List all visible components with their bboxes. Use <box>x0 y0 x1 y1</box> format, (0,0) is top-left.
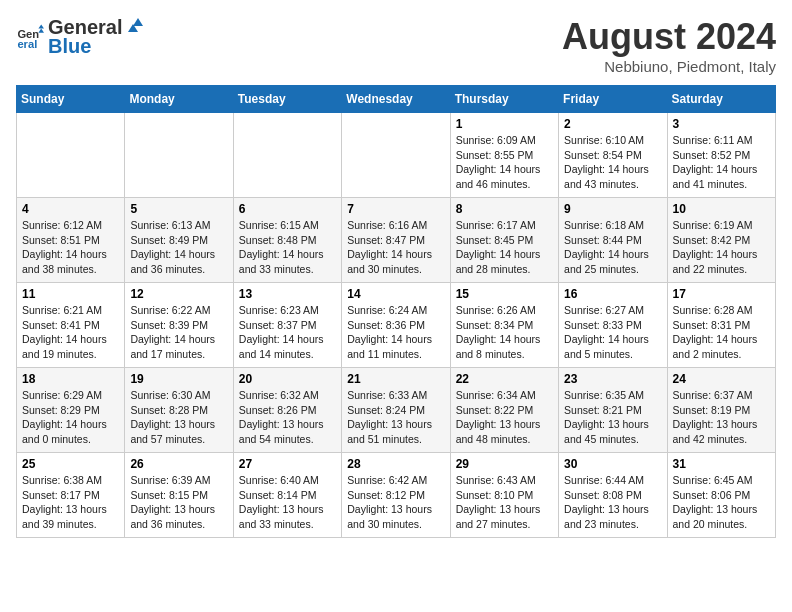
day-number: 15 <box>456 287 553 301</box>
calendar-week-row: 18Sunrise: 6:29 AM Sunset: 8:29 PM Dayli… <box>17 368 776 453</box>
day-info: Sunrise: 6:10 AM Sunset: 8:54 PM Dayligh… <box>564 133 661 192</box>
day-info: Sunrise: 6:37 AM Sunset: 8:19 PM Dayligh… <box>673 388 770 447</box>
day-number: 11 <box>22 287 119 301</box>
day-info: Sunrise: 6:26 AM Sunset: 8:34 PM Dayligh… <box>456 303 553 362</box>
calendar-day-cell: 13Sunrise: 6:23 AM Sunset: 8:37 PM Dayli… <box>233 283 341 368</box>
day-info: Sunrise: 6:34 AM Sunset: 8:22 PM Dayligh… <box>456 388 553 447</box>
day-number: 31 <box>673 457 770 471</box>
calendar-week-row: 25Sunrise: 6:38 AM Sunset: 8:17 PM Dayli… <box>17 453 776 538</box>
weekday-header: Friday <box>559 86 667 113</box>
day-number: 28 <box>347 457 444 471</box>
svg-text:eral: eral <box>17 38 37 50</box>
calendar-day-cell: 5Sunrise: 6:13 AM Sunset: 8:49 PM Daylig… <box>125 198 233 283</box>
day-info: Sunrise: 6:39 AM Sunset: 8:15 PM Dayligh… <box>130 473 227 532</box>
day-info: Sunrise: 6:30 AM Sunset: 8:28 PM Dayligh… <box>130 388 227 447</box>
weekday-header: Wednesday <box>342 86 450 113</box>
day-info: Sunrise: 6:24 AM Sunset: 8:36 PM Dayligh… <box>347 303 444 362</box>
calendar-day-cell: 31Sunrise: 6:45 AM Sunset: 8:06 PM Dayli… <box>667 453 775 538</box>
calendar-day-cell: 3Sunrise: 6:11 AM Sunset: 8:52 PM Daylig… <box>667 113 775 198</box>
calendar-day-cell: 7Sunrise: 6:16 AM Sunset: 8:47 PM Daylig… <box>342 198 450 283</box>
day-number: 9 <box>564 202 661 216</box>
calendar-day-cell: 23Sunrise: 6:35 AM Sunset: 8:21 PM Dayli… <box>559 368 667 453</box>
day-number: 30 <box>564 457 661 471</box>
day-number: 13 <box>239 287 336 301</box>
day-number: 2 <box>564 117 661 131</box>
day-number: 10 <box>673 202 770 216</box>
calendar-day-cell: 18Sunrise: 6:29 AM Sunset: 8:29 PM Dayli… <box>17 368 125 453</box>
day-info: Sunrise: 6:22 AM Sunset: 8:39 PM Dayligh… <box>130 303 227 362</box>
calendar-day-cell <box>125 113 233 198</box>
weekday-header: Monday <box>125 86 233 113</box>
month-title: August 2024 <box>562 16 776 58</box>
logo-icon: Gen eral <box>16 23 44 51</box>
day-info: Sunrise: 6:13 AM Sunset: 8:49 PM Dayligh… <box>130 218 227 277</box>
calendar-day-cell: 8Sunrise: 6:17 AM Sunset: 8:45 PM Daylig… <box>450 198 558 283</box>
day-info: Sunrise: 6:43 AM Sunset: 8:10 PM Dayligh… <box>456 473 553 532</box>
day-number: 16 <box>564 287 661 301</box>
day-info: Sunrise: 6:33 AM Sunset: 8:24 PM Dayligh… <box>347 388 444 447</box>
calendar-week-row: 4Sunrise: 6:12 AM Sunset: 8:51 PM Daylig… <box>17 198 776 283</box>
calendar-day-cell: 1Sunrise: 6:09 AM Sunset: 8:55 PM Daylig… <box>450 113 558 198</box>
calendar-day-cell: 20Sunrise: 6:32 AM Sunset: 8:26 PM Dayli… <box>233 368 341 453</box>
day-info: Sunrise: 6:15 AM Sunset: 8:48 PM Dayligh… <box>239 218 336 277</box>
day-number: 25 <box>22 457 119 471</box>
day-info: Sunrise: 6:45 AM Sunset: 8:06 PM Dayligh… <box>673 473 770 532</box>
day-number: 4 <box>22 202 119 216</box>
day-info: Sunrise: 6:18 AM Sunset: 8:44 PM Dayligh… <box>564 218 661 277</box>
day-number: 27 <box>239 457 336 471</box>
day-info: Sunrise: 6:16 AM Sunset: 8:47 PM Dayligh… <box>347 218 444 277</box>
calendar-day-cell: 16Sunrise: 6:27 AM Sunset: 8:33 PM Dayli… <box>559 283 667 368</box>
day-number: 17 <box>673 287 770 301</box>
day-number: 20 <box>239 372 336 386</box>
weekday-header: Thursday <box>450 86 558 113</box>
calendar-day-cell: 15Sunrise: 6:26 AM Sunset: 8:34 PM Dayli… <box>450 283 558 368</box>
calendar-week-row: 1Sunrise: 6:09 AM Sunset: 8:55 PM Daylig… <box>17 113 776 198</box>
calendar-day-cell: 12Sunrise: 6:22 AM Sunset: 8:39 PM Dayli… <box>125 283 233 368</box>
day-number: 21 <box>347 372 444 386</box>
calendar-day-cell: 4Sunrise: 6:12 AM Sunset: 8:51 PM Daylig… <box>17 198 125 283</box>
title-block: August 2024 Nebbiuno, Piedmont, Italy <box>562 16 776 75</box>
day-number: 26 <box>130 457 227 471</box>
calendar-week-row: 11Sunrise: 6:21 AM Sunset: 8:41 PM Dayli… <box>17 283 776 368</box>
day-info: Sunrise: 6:28 AM Sunset: 8:31 PM Dayligh… <box>673 303 770 362</box>
calendar-day-cell: 19Sunrise: 6:30 AM Sunset: 8:28 PM Dayli… <box>125 368 233 453</box>
logo-arrow-icon <box>124 14 146 36</box>
day-number: 5 <box>130 202 227 216</box>
calendar-day-cell: 9Sunrise: 6:18 AM Sunset: 8:44 PM Daylig… <box>559 198 667 283</box>
day-info: Sunrise: 6:42 AM Sunset: 8:12 PM Dayligh… <box>347 473 444 532</box>
day-number: 8 <box>456 202 553 216</box>
day-info: Sunrise: 6:35 AM Sunset: 8:21 PM Dayligh… <box>564 388 661 447</box>
day-number: 29 <box>456 457 553 471</box>
calendar-day-cell: 10Sunrise: 6:19 AM Sunset: 8:42 PM Dayli… <box>667 198 775 283</box>
day-info: Sunrise: 6:12 AM Sunset: 8:51 PM Dayligh… <box>22 218 119 277</box>
day-info: Sunrise: 6:09 AM Sunset: 8:55 PM Dayligh… <box>456 133 553 192</box>
calendar-day-cell: 21Sunrise: 6:33 AM Sunset: 8:24 PM Dayli… <box>342 368 450 453</box>
location: Nebbiuno, Piedmont, Italy <box>562 58 776 75</box>
calendar-day-cell: 2Sunrise: 6:10 AM Sunset: 8:54 PM Daylig… <box>559 113 667 198</box>
day-info: Sunrise: 6:32 AM Sunset: 8:26 PM Dayligh… <box>239 388 336 447</box>
svg-marker-3 <box>38 29 44 33</box>
page-header: Gen eral General Blue August 2024 Nebbiu… <box>16 16 776 75</box>
day-number: 22 <box>456 372 553 386</box>
day-number: 12 <box>130 287 227 301</box>
weekday-header: Saturday <box>667 86 775 113</box>
day-info: Sunrise: 6:29 AM Sunset: 8:29 PM Dayligh… <box>22 388 119 447</box>
day-number: 1 <box>456 117 553 131</box>
calendar-header-row: SundayMondayTuesdayWednesdayThursdayFrid… <box>17 86 776 113</box>
calendar-day-cell: 24Sunrise: 6:37 AM Sunset: 8:19 PM Dayli… <box>667 368 775 453</box>
calendar-day-cell: 14Sunrise: 6:24 AM Sunset: 8:36 PM Dayli… <box>342 283 450 368</box>
day-number: 24 <box>673 372 770 386</box>
logo: Gen eral General Blue <box>16 16 146 58</box>
calendar-day-cell: 17Sunrise: 6:28 AM Sunset: 8:31 PM Dayli… <box>667 283 775 368</box>
day-number: 14 <box>347 287 444 301</box>
day-info: Sunrise: 6:27 AM Sunset: 8:33 PM Dayligh… <box>564 303 661 362</box>
day-number: 18 <box>22 372 119 386</box>
day-info: Sunrise: 6:11 AM Sunset: 8:52 PM Dayligh… <box>673 133 770 192</box>
calendar-day-cell: 6Sunrise: 6:15 AM Sunset: 8:48 PM Daylig… <box>233 198 341 283</box>
day-info: Sunrise: 6:38 AM Sunset: 8:17 PM Dayligh… <box>22 473 119 532</box>
day-info: Sunrise: 6:21 AM Sunset: 8:41 PM Dayligh… <box>22 303 119 362</box>
day-number: 19 <box>130 372 227 386</box>
weekday-header: Sunday <box>17 86 125 113</box>
calendar-day-cell: 22Sunrise: 6:34 AM Sunset: 8:22 PM Dayli… <box>450 368 558 453</box>
calendar-day-cell: 26Sunrise: 6:39 AM Sunset: 8:15 PM Dayli… <box>125 453 233 538</box>
